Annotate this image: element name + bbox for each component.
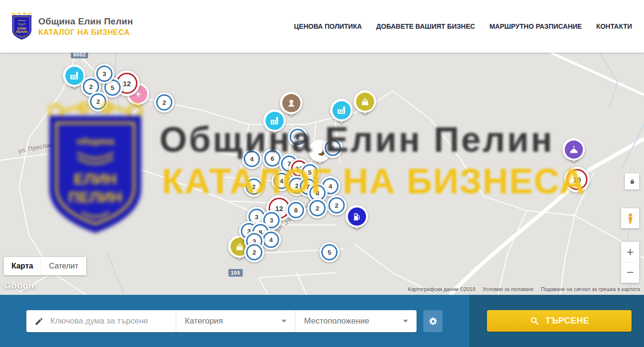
zoom-control: + −	[621, 242, 639, 283]
advanced-settings-button[interactable]	[423, 310, 442, 332]
svg-text:община: община	[18, 19, 26, 22]
nav-item[interactable]: КОНТАКТИ	[596, 22, 632, 30]
map-type-map-button[interactable]: Карта	[4, 257, 41, 275]
svg-text:ПЕЛИН: ПЕЛИН	[16, 30, 28, 34]
map-cluster-marker[interactable]: 4	[242, 149, 262, 169]
street-view-lock-button[interactable]	[625, 173, 639, 190]
map-cluster-marker[interactable]: 2	[244, 177, 264, 197]
chevron-down-icon	[403, 320, 408, 323]
map-clusters-layer: 122532225647135104274282212833384325	[0, 53, 644, 295]
main-nav: ЦЕНОВА ПОЛИТИКАДОБАВЕТЕ ВАШИЯТ БИЗНЕСМАР…	[294, 22, 632, 30]
nav-item[interactable]: МАРШРУТНО РАЗПИСАНИЕ	[489, 22, 582, 30]
zoom-in-button[interactable]: +	[621, 242, 639, 262]
gear-icon	[428, 316, 439, 327]
map-cluster-marker[interactable]: 2	[307, 198, 328, 218]
search-button[interactable]: ТЪРСЕНЕ	[487, 310, 632, 332]
map-cluster-marker[interactable]: 3	[94, 64, 114, 84]
attribution-data: Картографски данни ©2019	[408, 286, 475, 292]
map-cluster-marker[interactable]: 5	[323, 138, 343, 158]
keyword-search-input[interactable]	[49, 316, 166, 326]
chevron-down-icon	[282, 320, 286, 323]
svg-text:ЕЛИН: ЕЛИН	[17, 27, 26, 30]
search-icon	[530, 316, 540, 326]
map-cluster-marker[interactable]: 2	[88, 91, 108, 112]
map-type-control: Карта Сателит	[4, 257, 86, 275]
search-field-group: Категория Местоположение	[26, 310, 417, 332]
location-dropdown-label: Местоположение	[304, 316, 369, 326]
map-cluster-marker[interactable]: 5	[319, 242, 339, 262]
map-canvas[interactable]: 6002105 ул. Преславбул. „Новоселци“ 1225…	[0, 53, 644, 295]
attribution-terms-link[interactable]: Условия за ползване	[483, 286, 534, 292]
municipality-crest-icon: община ЕЛИН ПЕЛИН	[11, 12, 33, 41]
map-cluster-marker[interactable]: 2	[288, 127, 308, 147]
site-logo[interactable]: община ЕЛИН ПЕЛИН Община Елин Пелин КАТА…	[11, 12, 133, 41]
map-cluster-marker[interactable]: 8	[286, 200, 306, 220]
logo-text: Община Елин Пелин КАТАЛОГ НА БИЗНЕСА	[38, 16, 133, 37]
category-dropdown[interactable]: Категория	[176, 310, 295, 332]
pencil-icon	[34, 317, 44, 326]
map-cluster-marker[interactable]: 2	[244, 242, 264, 262]
header: община ЕЛИН ПЕЛИН Община Елин Пелин КАТА…	[0, 0, 644, 53]
map-attribution: Картографски данни ©2019 Условия за полз…	[408, 286, 640, 292]
location-dropdown[interactable]: Местоположение	[295, 310, 417, 332]
map-cluster-marker[interactable]: 10	[564, 167, 590, 192]
map-cluster-marker[interactable]: 2	[154, 92, 174, 112]
site-subtitle: КАТАЛОГ НА БИЗНЕСА	[38, 28, 133, 37]
search-button-label: ТЪРСЕНЕ	[545, 316, 589, 326]
keyword-section	[26, 310, 176, 332]
pegman-button[interactable]	[621, 208, 639, 228]
site-title: Община Елин Пелин	[38, 16, 133, 27]
map-cluster-marker[interactable]: 2	[327, 195, 347, 215]
zoom-out-button[interactable]: −	[621, 263, 639, 283]
map-type-satellite-button[interactable]: Сателит	[41, 257, 86, 275]
nav-item[interactable]: ЦЕНОВА ПОЛИТИКА	[294, 22, 362, 30]
attribution-report-link[interactable]: Подаване на сигнал за грешка в картата	[541, 286, 640, 292]
lock-icon	[628, 178, 636, 186]
google-logo[interactable]: Google	[4, 280, 36, 291]
nav-item[interactable]: ДОБАВЕТЕ ВАШИЯТ БИЗНЕС	[376, 22, 475, 30]
pegman-icon	[624, 211, 636, 225]
search-bar: Категория Местоположение ТЪРСЕНЕ	[0, 295, 644, 347]
category-dropdown-label: Категория	[185, 316, 223, 326]
